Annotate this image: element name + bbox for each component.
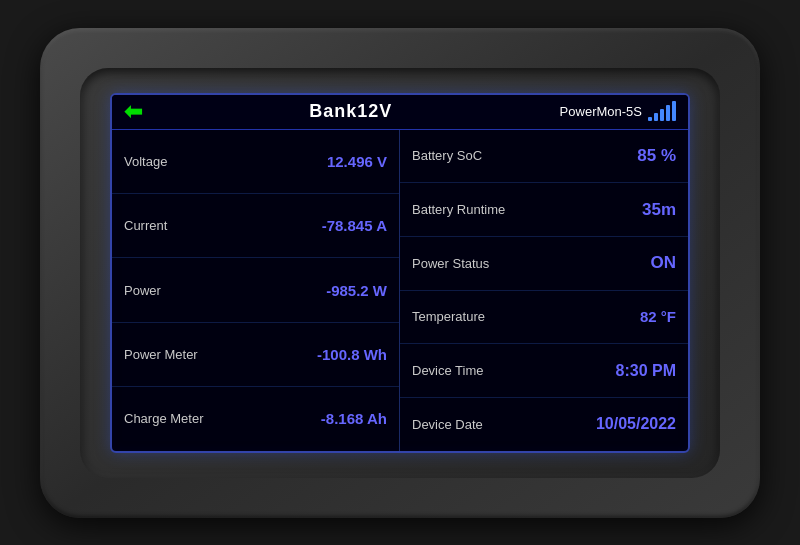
voltage-label: Voltage: [124, 154, 167, 169]
power-meter-value: -100.8 Wh: [317, 346, 387, 363]
power-row: Power -985.2 W: [112, 258, 399, 322]
current-row: Current -78.845 A: [112, 194, 399, 258]
signal-bar-3: [660, 109, 664, 121]
device-inner: ⬅ Bank12V PowerMon-5S: [80, 68, 720, 478]
signal-bar-4: [666, 105, 670, 121]
power-meter-row: Power Meter -100.8 Wh: [112, 323, 399, 387]
temperature-value: 82 °F: [640, 308, 676, 325]
screen: ⬅ Bank12V PowerMon-5S: [110, 93, 690, 453]
device-name-label: PowerMon-5S: [560, 104, 642, 119]
device-time-row: Device Time 8:30 PM: [400, 344, 688, 398]
back-arrow-icon[interactable]: ⬅: [124, 101, 142, 123]
temperature-label: Temperature: [412, 309, 485, 324]
device-time-label: Device Time: [412, 363, 484, 378]
battery-runtime-value: 35m: [642, 200, 676, 220]
voltage-value: 12.496 V: [327, 153, 387, 170]
signal-bar-1: [648, 117, 652, 121]
current-label: Current: [124, 218, 167, 233]
temperature-row: Temperature 82 °F: [400, 291, 688, 345]
battery-runtime-label: Battery Runtime: [412, 202, 505, 217]
screen-header: ⬅ Bank12V PowerMon-5S: [112, 95, 688, 130]
power-status-row: Power Status ON: [400, 237, 688, 291]
battery-soc-row: Battery SoC 85 %: [400, 130, 688, 184]
screen-title: Bank12V: [309, 101, 392, 122]
signal-bars-icon: [648, 103, 676, 121]
device-outer: ⬅ Bank12V PowerMon-5S: [40, 28, 760, 518]
data-grid: Voltage 12.496 V Current -78.845 A Power…: [112, 130, 688, 451]
device-date-label: Device Date: [412, 417, 483, 432]
device-time-value: 8:30 PM: [616, 362, 676, 380]
voltage-row: Voltage 12.496 V: [112, 130, 399, 194]
power-value: -985.2 W: [326, 282, 387, 299]
header-right: PowerMon-5S: [560, 103, 676, 121]
device-date-row: Device Date 10/05/2022: [400, 398, 688, 451]
current-value: -78.845 A: [322, 217, 387, 234]
battery-runtime-row: Battery Runtime 35m: [400, 183, 688, 237]
left-column: Voltage 12.496 V Current -78.845 A Power…: [112, 130, 400, 451]
power-label: Power: [124, 283, 161, 298]
power-status-value: ON: [651, 253, 677, 273]
right-column: Battery SoC 85 % Battery Runtime 35m Pow…: [400, 130, 688, 451]
battery-soc-label: Battery SoC: [412, 148, 482, 163]
charge-meter-label: Charge Meter: [124, 411, 203, 426]
power-meter-label: Power Meter: [124, 347, 198, 362]
signal-bar-2: [654, 113, 658, 121]
charge-meter-value: -8.168 Ah: [321, 410, 387, 427]
signal-bar-5: [672, 101, 676, 121]
device-date-value: 10/05/2022: [596, 415, 676, 433]
power-status-label: Power Status: [412, 256, 489, 271]
battery-soc-value: 85 %: [637, 146, 676, 166]
charge-meter-row: Charge Meter -8.168 Ah: [112, 387, 399, 450]
